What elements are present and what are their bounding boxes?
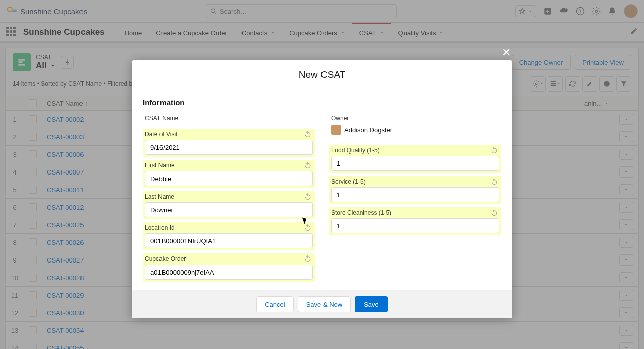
date-input[interactable] (145, 140, 313, 155)
service-input[interactable] (331, 187, 499, 202)
location-id-input[interactable] (145, 233, 313, 248)
save-button[interactable]: Save (355, 296, 388, 312)
first-name-label: First Name (145, 162, 313, 169)
cupcake-order-label: Cupcake Order (145, 255, 313, 263)
undo-icon[interactable] (490, 209, 498, 217)
modal-footer: Cancel Save & New Save (132, 290, 512, 318)
store-clean-label: Store Cleaniness (1-5) (331, 209, 499, 216)
cancel-button[interactable]: Cancel (256, 296, 293, 312)
close-button[interactable]: × (502, 44, 510, 60)
section-information: Information (143, 98, 501, 107)
first-name-input[interactable] (145, 171, 313, 186)
owner-value: Addison Dogster (331, 124, 499, 136)
undo-icon[interactable] (304, 193, 312, 201)
owner-label: Owner (331, 115, 499, 122)
save-and-new-button[interactable]: Save & New (298, 296, 351, 312)
last-name-input[interactable] (145, 202, 313, 217)
undo-icon[interactable] (304, 161, 312, 169)
new-csat-modal: New CSAT Information CSAT Name Date of V… (132, 60, 512, 318)
undo-icon[interactable] (304, 255, 312, 263)
food-quality-label: Food Quality (1-5) (331, 147, 499, 154)
modal-title: New CSAT (132, 60, 512, 90)
owner-avatar (331, 125, 341, 135)
service-label: Service (1-5) (331, 178, 499, 185)
last-name-label: Last Name (145, 193, 313, 200)
undo-icon[interactable] (490, 146, 498, 154)
undo-icon[interactable] (304, 224, 312, 232)
csat-name-label: CSAT Name (145, 115, 313, 122)
undo-icon[interactable] (304, 130, 312, 138)
date-label: Date of Visit (145, 131, 313, 138)
location-id-label: Location Id (145, 224, 313, 231)
food-quality-input[interactable] (331, 156, 499, 171)
cupcake-order-input[interactable] (145, 265, 313, 280)
store-clean-input[interactable] (331, 218, 499, 233)
undo-icon[interactable] (490, 178, 498, 186)
